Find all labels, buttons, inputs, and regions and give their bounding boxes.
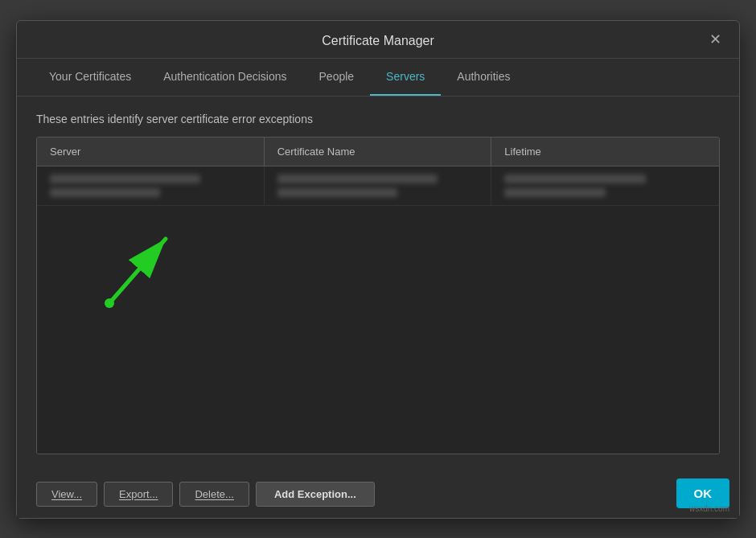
delete-button[interactable]: Delete... <box>179 482 249 507</box>
tab-your-certificates[interactable]: Your Certificates <box>33 59 147 96</box>
tab-authentication-decisions[interactable]: Authentication Decisions <box>147 59 302 96</box>
arrow-annotation <box>85 215 198 322</box>
table-body <box>37 166 719 454</box>
close-button[interactable]: ✕ <box>704 28 726 51</box>
tab-servers[interactable]: Servers <box>370 59 441 96</box>
servers-table: Server Certificate Name Lifetime <box>36 137 720 454</box>
dialog-title: Certificate Manager <box>322 34 434 48</box>
content-area: These entries identify server certificat… <box>17 97 739 470</box>
column-header-server: Server <box>37 138 265 166</box>
table-row[interactable] <box>37 166 719 206</box>
svg-line-1 <box>109 239 166 303</box>
table-header: Server Certificate Name Lifetime <box>37 138 719 166</box>
tab-people[interactable]: People <box>303 59 371 96</box>
cell-lifetime-1 <box>491 166 719 205</box>
cell-cert-1 <box>265 166 492 205</box>
certificate-manager-dialog: Certificate Manager ✕ Your Certificates … <box>16 20 740 519</box>
svg-point-2 <box>105 298 114 308</box>
watermark: wsxdn.com <box>689 504 729 513</box>
export-button[interactable]: Export... <box>104 482 173 507</box>
tabs-container: Your Certificates Authentication Decisio… <box>17 59 739 97</box>
dialog-header: Certificate Manager ✕ <box>17 21 739 59</box>
column-header-certificate-name: Certificate Name <box>265 138 492 166</box>
column-header-lifetime: Lifetime <box>491 138 719 166</box>
tab-authorities[interactable]: Authorities <box>441 59 526 96</box>
footer-buttons: View... Export... Delete... Add Exceptio… <box>17 470 739 518</box>
add-exception-button[interactable]: Add Exception... <box>256 482 375 507</box>
view-button[interactable]: View... <box>36 482 97 507</box>
cell-server-1 <box>37 166 265 205</box>
description-text: These entries identify server certificat… <box>36 113 720 125</box>
